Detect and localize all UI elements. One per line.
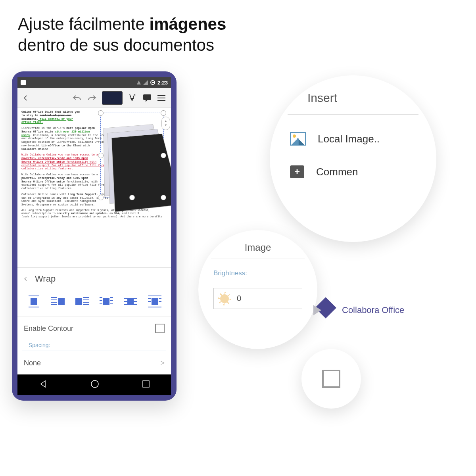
brand-lockup: Collabora Office	[313, 299, 404, 321]
wrap-through-button[interactable]	[124, 296, 137, 307]
wrap-panel-header[interactable]: Wrap	[17, 268, 171, 290]
doc-text: annual subscription to	[21, 212, 57, 215]
doc-text: ,	[148, 209, 150, 212]
doc-text: LibreOffice is the world's	[21, 127, 66, 130]
resize-handle[interactable]	[98, 110, 104, 116]
document-thumbnail[interactable]	[102, 91, 123, 105]
svg-text:+: +	[146, 94, 148, 100]
document-canvas[interactable]: Online Office Suite that allows you to s…	[17, 108, 171, 267]
nav-home-button[interactable]	[90, 379, 100, 390]
insert-comment-label: Commen	[316, 166, 358, 178]
doc-text: now brought	[21, 144, 41, 147]
spacing-value: None	[24, 359, 41, 367]
chevron-down-icon	[288, 93, 297, 103]
spacing-section-label: Spacing:	[22, 340, 166, 351]
statusbar-time: 2:23	[157, 80, 168, 86]
image-icon	[290, 132, 306, 146]
spacing-value-row[interactable]: None >	[17, 353, 171, 374]
doc-text: Supported edition of LibreOffice, Collab…	[21, 140, 113, 144]
format-button[interactable]: +	[127, 93, 138, 103]
phone-screen: 2:23 + + Online Off	[17, 77, 171, 395]
doc-text: Long Term Support	[68, 193, 96, 196]
chevron-right-icon: >	[160, 359, 165, 367]
crop-icon[interactable]	[322, 370, 340, 388]
comment-plus-icon: +	[290, 165, 304, 178]
svg-point-3	[91, 380, 98, 388]
doc-text: With Collabora Online you now have acces…	[21, 153, 98, 156]
brightness-value: 0	[237, 294, 241, 303]
svg-text:+: +	[134, 93, 137, 98]
enable-contour-label: Enable Contour	[24, 324, 73, 333]
clock-icon	[150, 80, 155, 85]
signal-icon	[143, 80, 148, 85]
brightness-label: Brightness:	[213, 269, 302, 279]
resize-handle[interactable]	[98, 195, 104, 200]
insert-title: Insert	[307, 91, 337, 105]
enable-contour-row[interactable]: Enable Contour	[17, 317, 171, 340]
doc-text: users	[21, 134, 30, 137]
android-navbar	[17, 374, 171, 395]
scroll-handle[interactable]: ▲▼	[161, 117, 170, 130]
svg-rect-4	[143, 381, 149, 387]
android-statusbar: 2:23	[17, 77, 171, 88]
doc-text: collaborative editing features.	[21, 167, 73, 170]
menu-button[interactable]	[157, 95, 168, 101]
doc-text: functionality with	[65, 160, 96, 163]
insert-menu-callout: Insert Local Image.. + Commen	[270, 75, 436, 242]
enable-contour-checkbox[interactable]	[155, 324, 165, 333]
wrap-optimal-button[interactable]	[148, 296, 161, 307]
doc-text: Source Online Office suite	[21, 180, 65, 183]
headline-part2: dentro de sus documentos	[18, 36, 214, 54]
brightness-value-box[interactable]: 0	[213, 288, 302, 309]
doc-text: Online Office Suite that allows you	[21, 110, 80, 113]
resize-handle[interactable]	[129, 195, 135, 200]
headline-part1: Ajuste fácilmente	[18, 15, 150, 33]
collabora-logo-icon	[313, 299, 335, 321]
doc-text: With Collabora Online you now have acces…	[21, 173, 98, 176]
insert-comment-item[interactable]: + Commen	[288, 165, 418, 178]
doc-text: SLA	[114, 212, 119, 215]
doc-text: Source Online Office suite	[21, 160, 65, 163]
undo-button[interactable]	[72, 94, 82, 102]
doc-text: with over 120 million	[53, 130, 90, 133]
insert-comment-button[interactable]: +	[142, 94, 153, 102]
doc-text: LibreOffice to the Cloud	[41, 144, 81, 147]
wrap-none-button[interactable]	[27, 296, 40, 307]
redo-button[interactable]	[87, 94, 97, 102]
resize-handle[interactable]	[161, 110, 166, 116]
doc-text: functionality, with	[65, 180, 98, 183]
nav-back-button[interactable]	[39, 380, 48, 390]
doc-text: security maintenance and updates	[57, 212, 107, 215]
doc-text: powerful, enterprise-ready and 100% Open	[21, 177, 88, 180]
marketing-headline: Ajuste fácilmente imágenes dentro de sus…	[18, 14, 226, 56]
insert-header[interactable]: Insert	[288, 91, 418, 105]
insert-local-image-item[interactable]: Local Image..	[288, 132, 418, 146]
wrap-parallel-button[interactable]	[100, 296, 113, 307]
image-content	[104, 124, 169, 196]
doc-text: with	[81, 144, 90, 147]
doc-text: All Long Term Support releases are suppo…	[21, 209, 122, 212]
brand-name: Collabora Office	[342, 305, 404, 315]
doc-text: powerful, enterprise-ready and 100% Open	[21, 157, 88, 160]
resize-handle[interactable]	[98, 153, 104, 158]
doc-text: Share and Sync solutions, Document Manag…	[21, 200, 96, 203]
doc-text: (code fix) support (other levels are pro…	[21, 215, 162, 218]
image-properties-callout: Image Brightness: 0	[198, 230, 317, 349]
doc-text: to stay in	[21, 114, 40, 117]
selected-image[interactable]	[100, 113, 164, 198]
resize-handle[interactable]	[161, 153, 166, 158]
crop-tool-callout	[301, 349, 361, 409]
wifi-icon	[137, 81, 141, 84]
doc-text: most popular Open	[66, 127, 94, 130]
image-panel-title: Image	[211, 242, 305, 253]
headline-bold: imágenes	[150, 15, 226, 33]
resize-handle[interactable]	[161, 195, 166, 200]
back-button[interactable]	[21, 94, 31, 102]
wrap-after-button[interactable]	[75, 296, 89, 307]
doc-text: Source Office suite	[21, 130, 53, 133]
doc-text: and developer of the enterprise-ready, L…	[21, 137, 102, 140]
nav-recent-button[interactable]	[142, 380, 150, 390]
doc-text: full control of your	[38, 117, 73, 121]
wrap-before-button[interactable]	[51, 296, 65, 307]
brightness-icon	[220, 294, 229, 303]
